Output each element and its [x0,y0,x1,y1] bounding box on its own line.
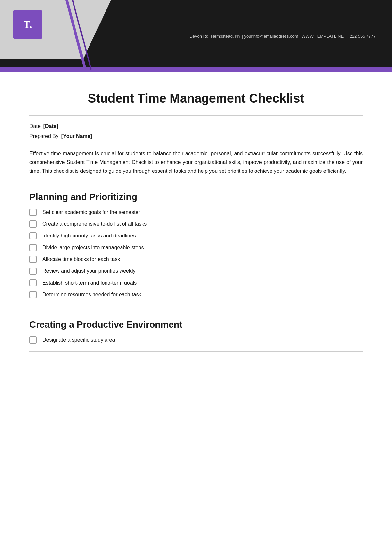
checklist-item-text: Identify high-priority tasks and deadlin… [42,233,136,239]
checkbox[interactable] [29,209,37,216]
date-value: [Date] [43,123,58,129]
page-header: T. Devon Rd, Hempstead, NY | yourinfo@em… [0,0,392,72]
checklist-item-text: Review and adjust your priorities weekly [42,268,136,274]
checkbox[interactable] [29,336,37,344]
checklist-productive-environment: Designate a specific study area [29,336,363,344]
list-item: Allocate time blocks for each task [29,256,363,263]
logo-text: T. [24,19,32,31]
section-title-productive-environment: Creating a Productive Environment [29,319,363,330]
sections-container: Planning and PrioritizingSet clear acade… [29,192,363,352]
list-item: Determine resources needed for each task [29,291,363,298]
list-item: Identify high-priority tasks and deadlin… [29,232,363,239]
checklist-item-text: Divide large projects into manageable st… [42,245,144,251]
header-contact: Devon Rd, Hempstead, NY | yourinfo@email… [189,34,376,39]
section-title-planning: Planning and Prioritizing [29,192,363,202]
divider-top [29,115,363,116]
checklist-item-text: Set clear academic goals for the semeste… [42,209,140,215]
prepared-line: Prepared By: [Your Name] [29,133,363,139]
list-item: Designate a specific study area [29,336,363,344]
logo-box: T. [13,10,42,39]
list-item: Set clear academic goals for the semeste… [29,209,363,216]
checkbox[interactable] [29,244,37,251]
checklist-item-text: Allocate time blocks for each task [42,256,120,262]
checkbox[interactable] [29,232,37,239]
section-planning: Planning and PrioritizingSet clear acade… [29,192,363,306]
list-item: Establish short-term and long-term goals [29,279,363,286]
header-purple-bar [0,67,392,72]
divider-after-productive-environment [29,351,363,352]
checklist-item-text: Determine resources needed for each task [42,292,141,298]
divider-after-planning [29,306,363,306]
meta-section: Date: [Date] Prepared By: [Your Name] [29,123,363,139]
checkbox[interactable] [29,256,37,263]
prepared-value: [Your Name] [61,133,92,139]
checklist-item-text: Establish short-term and long-term goals [42,280,137,286]
date-line: Date: [Date] [29,123,363,129]
prepared-label: Prepared By: [29,133,60,139]
checklist-item-text: Designate a specific study area [42,337,115,343]
checklist-item-text: Create a comprehensive to-do list of all… [42,221,147,227]
description-text: Effective time management is crucial for… [29,149,363,176]
page-title: Student Time Management Checklist [29,91,363,106]
list-item: Create a comprehensive to-do list of all… [29,220,363,228]
checkbox[interactable] [29,279,37,286]
checkbox[interactable] [29,291,37,298]
checklist-planning: Set clear academic goals for the semeste… [29,209,363,298]
checkbox[interactable] [29,268,37,275]
date-label: Date: [29,123,42,129]
checkbox[interactable] [29,220,37,228]
section-productive-environment: Creating a Productive EnvironmentDesigna… [29,319,363,352]
divider-mid [29,184,363,184]
main-content: Student Time Management Checklist Date: … [0,72,392,384]
list-item: Divide large projects into manageable st… [29,244,363,251]
list-item: Review and adjust your priorities weekly [29,268,363,275]
